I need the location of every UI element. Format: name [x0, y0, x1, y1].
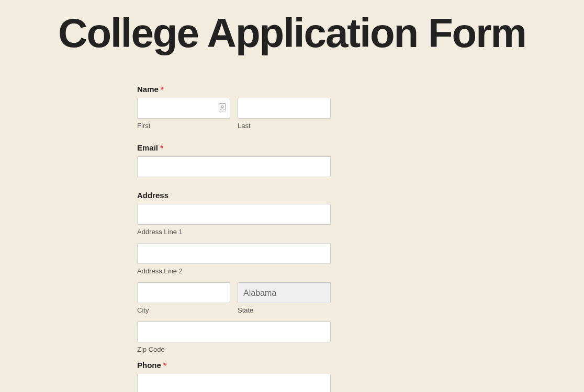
phone-label-text: Phone [137, 361, 161, 370]
phone-label: Phone * [137, 361, 331, 370]
application-form: Name * First [137, 85, 331, 392]
address-label-text: Address [137, 191, 169, 200]
last-name-input[interactable] [238, 98, 331, 119]
address-line1-sublabel: Address Line 1 [137, 228, 331, 236]
required-mark: * [163, 361, 166, 370]
first-name-sublabel: First [137, 122, 230, 130]
phone-field-group: Phone * [137, 361, 331, 392]
state-select[interactable]: Alabama [238, 282, 331, 303]
city-input[interactable] [137, 282, 230, 303]
state-sublabel: State [238, 306, 331, 314]
email-label-text: Email [137, 143, 158, 152]
last-name-sublabel: Last [238, 122, 331, 130]
zip-sublabel: Zip Code [137, 345, 331, 353]
city-sublabel: City [137, 306, 230, 314]
email-label: Email * [137, 143, 331, 152]
email-input[interactable] [137, 156, 331, 177]
email-field-group: Email * [137, 143, 331, 177]
required-mark: * [160, 143, 163, 152]
page-title: College Application Form [0, 13, 584, 53]
address-label: Address [137, 191, 331, 200]
name-label-text: Name [137, 85, 159, 94]
zip-input[interactable] [137, 321, 331, 342]
address-line1-input[interactable] [137, 204, 331, 225]
first-name-input[interactable] [137, 98, 230, 119]
address-line2-sublabel: Address Line 2 [137, 267, 331, 275]
name-label: Name * [137, 85, 331, 94]
required-mark: * [161, 85, 164, 94]
phone-input[interactable] [137, 374, 331, 392]
address-line2-input[interactable] [137, 243, 331, 264]
address-field-group: Address Address Line 1 Address Line 2 Ci… [137, 191, 331, 353]
name-field-group: Name * First [137, 85, 331, 130]
